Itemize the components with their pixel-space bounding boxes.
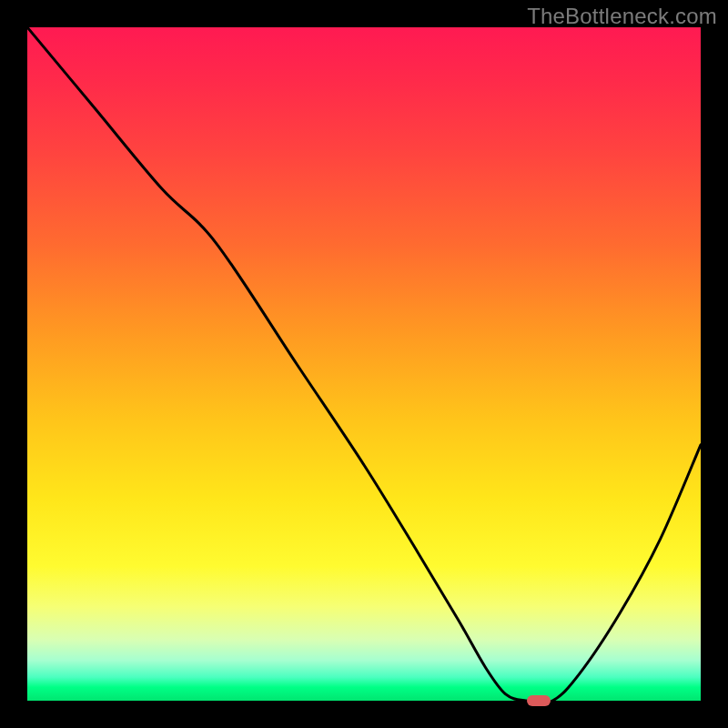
watermark-text: TheBottleneck.com <box>527 4 717 29</box>
frame: TheBottleneck.com <box>0 0 728 728</box>
optimal-marker <box>527 695 551 706</box>
plot-area <box>27 27 701 701</box>
bottleneck-curve <box>27 27 701 701</box>
